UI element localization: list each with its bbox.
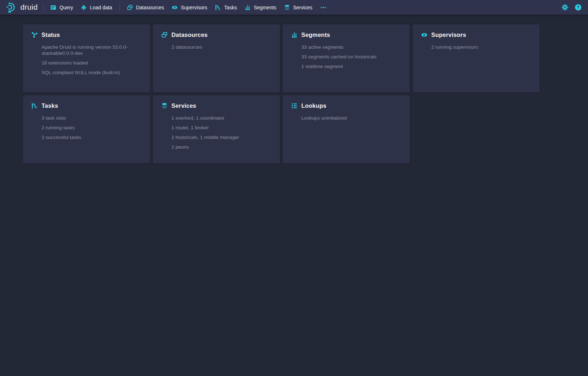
nav-item-label: Query [59, 5, 73, 10]
card-line: SQL compliant NULL mode (built-in) [42, 69, 142, 76]
multi-select-icon [161, 32, 167, 38]
navbar-divider [120, 4, 120, 11]
gear-icon [562, 4, 568, 11]
nav-item-label: Tasks [224, 5, 237, 10]
card-lookups[interactable]: Lookups Lookups uninitialized [283, 95, 410, 163]
nav-item-label: Datasources [136, 5, 164, 10]
bar-group-icon [245, 5, 251, 10]
card-line: Apache Druid is running version 33.0.0-s… [42, 44, 142, 56]
nav-item-label: Load data [90, 5, 112, 10]
card-header: Supervisors [421, 32, 532, 38]
card-line: 33 segments cached on historicals [301, 54, 402, 60]
card-title: Supervisors [431, 32, 466, 38]
upload-icon [81, 5, 87, 10]
card-datasources[interactable]: Datasources 2 datasources [153, 24, 280, 92]
eye-icon [172, 5, 178, 10]
eye-icon [421, 32, 427, 38]
console-icon [50, 5, 56, 10]
nav-item-services[interactable]: Services [280, 2, 316, 13]
card-title: Datasources [171, 32, 208, 38]
navbar-divider [43, 4, 43, 11]
card-header: Services [161, 102, 272, 109]
card-header: Tasks [31, 102, 142, 109]
card-lines: Lookups uninitialized [301, 115, 402, 121]
home-view: Status Apache Druid is running version 3… [0, 15, 588, 163]
nav-item-load-data[interactable]: Load data [77, 2, 116, 13]
card-line: 18 extensions loaded [42, 60, 142, 66]
card-line: 33 active segments [301, 44, 402, 50]
graph-icon [31, 32, 38, 38]
status-cards-grid: Status Apache Druid is running version 3… [23, 24, 543, 163]
card-line: 1 realtime segment [301, 63, 402, 69]
settings-button[interactable] [559, 2, 570, 13]
card-title: Status [42, 32, 60, 38]
card-tasks[interactable]: Tasks 3 task slots2 running tasks2 succe… [23, 95, 150, 163]
card-header: Segments [291, 32, 402, 38]
database-icon [161, 103, 167, 109]
card-lines: 33 active segments33 segments cached on … [301, 44, 402, 69]
card-header: Status [31, 32, 142, 38]
top-navbar: druid Query Load data Datasources Superv… [0, 0, 588, 15]
card-header: Lookups [291, 102, 402, 109]
card-lines: Apache Druid is running version 33.0.0-s… [42, 44, 142, 76]
card-line: Lookups uninitialized [301, 115, 402, 121]
card-line: 1 overlord, 1 coordinator [171, 115, 272, 121]
more-icon [320, 5, 326, 10]
card-lines: 2 running supervisors [431, 44, 532, 50]
card-title: Segments [301, 32, 330, 38]
nav-item-label: Segments [254, 5, 276, 10]
nav-item-label: Services [293, 5, 312, 10]
card-line: 2 datasources [171, 44, 272, 50]
nav-item-datasources[interactable]: Datasources [123, 2, 168, 13]
card-segments[interactable]: Segments 33 active segments33 segments c… [283, 24, 410, 92]
card-lines: 3 task slots2 running tasks2 successful … [42, 115, 142, 140]
druid-logo-icon [6, 1, 18, 14]
database-icon [284, 5, 290, 10]
card-lines: 2 datasources [171, 44, 272, 50]
card-line: 3 task slots [42, 115, 142, 121]
card-title: Lookups [301, 102, 326, 109]
nav-item-supervisors[interactable]: Supervisors [168, 2, 211, 13]
help-icon [575, 4, 582, 11]
card-line: 2 running tasks [42, 125, 142, 131]
druid-logo[interactable]: druid [4, 0, 40, 15]
bar-group-icon [291, 32, 297, 38]
card-line: 2 peons [171, 144, 272, 150]
card-line: 2 successful tasks [42, 134, 142, 140]
gantt-icon [215, 5, 221, 10]
properties-icon [291, 103, 297, 109]
help-button[interactable] [573, 2, 584, 13]
card-header: Datasources [161, 32, 272, 38]
druid-logo-text: druid [20, 3, 38, 11]
card-status[interactable]: Status Apache Druid is running version 3… [23, 24, 150, 92]
nav-item-segments[interactable]: Segments [241, 2, 280, 13]
nav-item-query[interactable]: Query [47, 2, 77, 13]
nav-item-tasks[interactable]: Tasks [211, 2, 241, 13]
card-supervisors[interactable]: Supervisors 2 running supervisors [413, 24, 540, 92]
card-title: Services [171, 102, 196, 109]
more-menu-button[interactable] [316, 2, 330, 13]
card-line: 1 router, 1 broker [171, 125, 272, 131]
card-line: 2 historicals, 1 middle manager [171, 134, 272, 140]
card-lines: 1 overlord, 1 coordinator1 router, 1 bro… [171, 115, 272, 150]
gantt-icon [31, 103, 38, 109]
card-line: 2 running supervisors [431, 44, 532, 50]
nav-item-label: Supervisors [181, 5, 207, 10]
card-title: Tasks [42, 102, 58, 109]
multi-select-icon [127, 5, 133, 10]
card-services[interactable]: Services 1 overlord, 1 coordinator1 rout… [153, 95, 280, 163]
navbar-right-group [559, 2, 584, 13]
